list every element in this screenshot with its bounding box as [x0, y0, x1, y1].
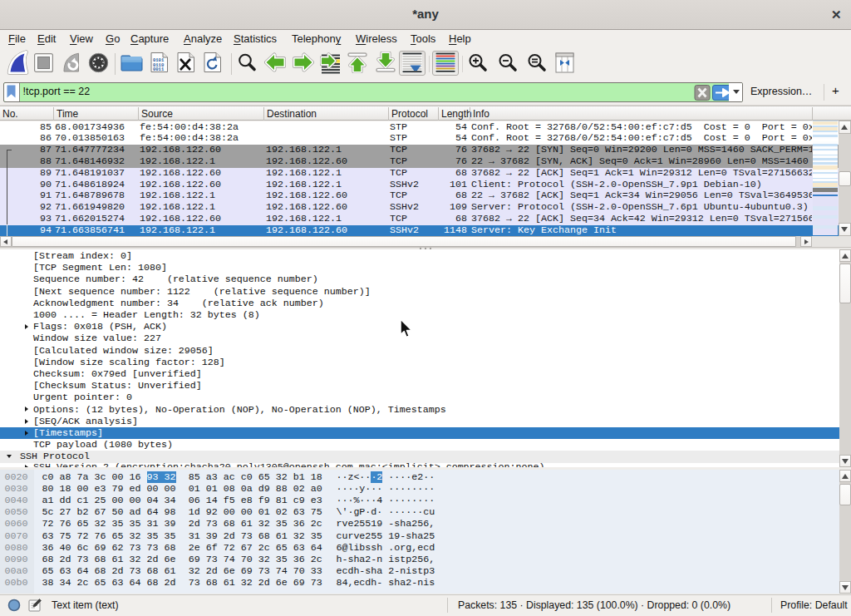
- svg-text:0011: 0011: [153, 67, 165, 72]
